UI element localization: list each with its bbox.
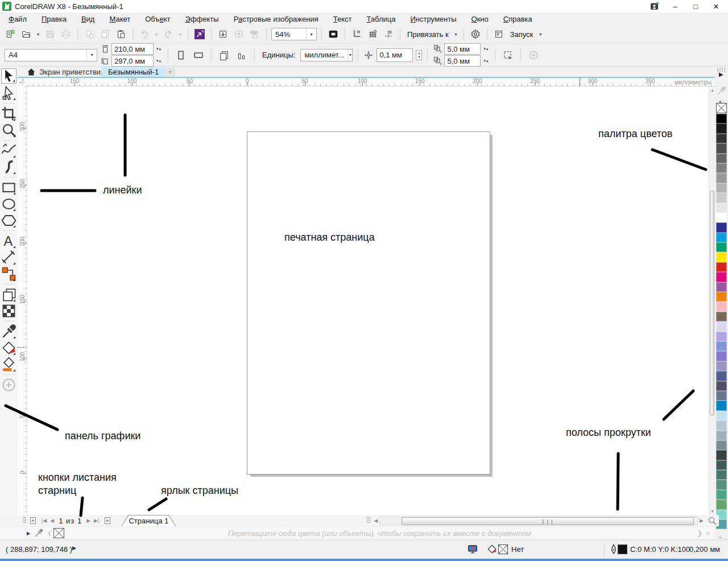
duplicate-y-field[interactable]: 5,0 мм [444, 55, 481, 67]
show-grid-button[interactable] [366, 27, 379, 41]
copy-button[interactable] [98, 27, 112, 41]
docpal-flyout-arrow[interactable]: ▶ [25, 531, 32, 536]
palette-swatch[interactable] [716, 312, 727, 321]
ruler-origin[interactable] [18, 78, 28, 87]
undo-button[interactable] [138, 27, 151, 41]
add-page-after-button[interactable] [101, 515, 114, 526]
publish-pdf-button[interactable]: PDF [248, 27, 262, 41]
crop-tool[interactable] [1, 105, 16, 122]
menu-item-1[interactable]: Правка [34, 14, 74, 24]
add-page-before-button[interactable] [26, 515, 40, 526]
menu-item-0[interactable]: Файл [1, 14, 34, 24]
palette-swatch[interactable] [716, 252, 727, 262]
palette-swatch[interactable] [716, 163, 727, 173]
last-page-button[interactable]: ▶| [92, 518, 101, 523]
page-width-field[interactable]: 210,0 мм [111, 43, 154, 55]
docker-flyout-arrow[interactable]: ▶ [719, 71, 723, 77]
hscroll-grip[interactable] [366, 517, 371, 524]
nudge-spinner[interactable]: ▴▾ [416, 50, 422, 60]
docpal-eyedropper-icon[interactable] [32, 528, 46, 538]
docpal-scroll-left[interactable]: ❮ [46, 530, 53, 536]
duplicate-y-spinner[interactable]: ▾▴ [482, 59, 490, 63]
open-dropdown-caret[interactable]: ▾ [35, 32, 41, 37]
scroll-up-arrow[interactable]: ▲ [709, 86, 715, 93]
menu-item-9[interactable]: Инструменты [403, 14, 464, 24]
coords-flyout-arrow[interactable]: ▶ [72, 545, 76, 551]
nudge-field[interactable]: 0,1 мм [377, 48, 413, 62]
portrait-button[interactable] [173, 48, 188, 63]
color-proof-icon[interactable] [468, 544, 478, 554]
palette-swatch[interactable] [716, 183, 727, 193]
palette-swatch[interactable] [716, 222, 727, 232]
vertical-ruler[interactable]: 300250200150100500 [18, 86, 27, 515]
rectangle-tool[interactable] [1, 179, 16, 196]
add-property-button[interactable] [526, 48, 541, 63]
palette-swatch[interactable] [716, 361, 727, 371]
add-tools-button[interactable] [1, 377, 16, 393]
quick-zoom-button[interactable] [705, 515, 719, 526]
palette-swatch[interactable] [716, 302, 727, 311]
menu-item-4[interactable]: Объект [138, 14, 177, 24]
zoom-combo-caret[interactable]: ▾ [306, 28, 316, 40]
palette-swatch[interactable] [716, 391, 727, 401]
text-tool[interactable]: A [1, 233, 16, 249]
palette-swatch[interactable] [716, 203, 727, 213]
palette-swatch[interactable] [716, 143, 727, 153]
vertical-scrollbar[interactable]: ▲ ▼ [709, 86, 715, 515]
palette-swatch[interactable] [716, 371, 727, 381]
all-pages-size-button[interactable] [217, 48, 231, 63]
current-page-size-button[interactable] [234, 48, 249, 63]
palette-swatch[interactable] [716, 500, 727, 509]
launch-caret[interactable]: ▾ [537, 32, 543, 37]
page-height-spinner[interactable]: ▾▴ [155, 59, 163, 63]
printable-page[interactable] [247, 131, 490, 475]
menu-item-3[interactable]: Макет [102, 14, 138, 24]
palette-swatch[interactable] [716, 470, 727, 480]
menu-item-5[interactable]: Эффекты [178, 14, 226, 24]
horizontal-ruler[interactable]: миллиметры 15010050050100150200250300350 [27, 78, 715, 86]
freehand-tool[interactable] [1, 142, 16, 159]
palette-swatch[interactable] [716, 272, 727, 282]
dimension-tool[interactable] [1, 249, 16, 266]
first-page-button[interactable]: |◀ [40, 518, 48, 523]
palette-swatch[interactable] [716, 193, 727, 203]
connector-tool[interactable] [1, 266, 16, 282]
horizontal-scroll-thumb[interactable]: ❙❙❙ [402, 517, 694, 525]
pick-tool[interactable] [1, 68, 16, 84]
scroll-down-arrow[interactable]: ▼ [709, 508, 715, 514]
show-guidelines-button[interactable] [382, 27, 395, 41]
units-combo[interactable]: миллимет... ▾ [300, 49, 353, 61]
treat-as-filled-button[interactable] [500, 48, 515, 63]
prev-page-button[interactable]: ◀ [48, 518, 56, 523]
no-color-swatch[interactable] [716, 103, 727, 113]
page-tab[interactable]: Страница 1 [121, 515, 176, 526]
page-size-preset-combo[interactable]: A4 ▾ [5, 49, 97, 61]
duplicate-x-field[interactable]: 5,0 мм [444, 43, 481, 55]
page-width-spinner[interactable]: ▾▴ [155, 47, 163, 51]
palette-swatch[interactable] [716, 233, 727, 242]
palette-swatch[interactable] [716, 123, 727, 133]
account-icon[interactable] [650, 1, 660, 11]
docpal-no-color-swatch[interactable] [53, 528, 64, 538]
page-height-field[interactable]: 297,0 мм [111, 55, 154, 67]
palette-swatch[interactable] [716, 440, 727, 450]
show-rulers-button[interactable] [350, 27, 363, 41]
scroll-right-arrow[interactable]: ▶ [698, 518, 705, 523]
page-size-caret[interactable]: ▾ [86, 50, 97, 61]
palette-swatch[interactable] [716, 420, 727, 430]
open-button[interactable] [19, 27, 33, 41]
snap-to-caret[interactable]: ▾ [453, 32, 459, 37]
artistic-media-tool[interactable] [1, 159, 16, 175]
menu-item-7[interactable]: Текст [326, 14, 359, 24]
palette-swatch[interactable] [716, 431, 727, 440]
drop-shadow-tool[interactable] [1, 286, 16, 303]
palette-swatch[interactable] [716, 173, 727, 183]
fill-status-icon[interactable] [487, 544, 497, 554]
palette-swatch[interactable] [716, 134, 727, 143]
minimize-button[interactable]: – [670, 2, 680, 11]
palette-swatch[interactable] [716, 401, 727, 410]
palette-scroll-down[interactable]: ⌄ [718, 533, 722, 539]
print-button[interactable] [59, 27, 73, 41]
palette-swatch[interactable] [716, 460, 727, 470]
palette-swatch[interactable] [716, 292, 727, 302]
